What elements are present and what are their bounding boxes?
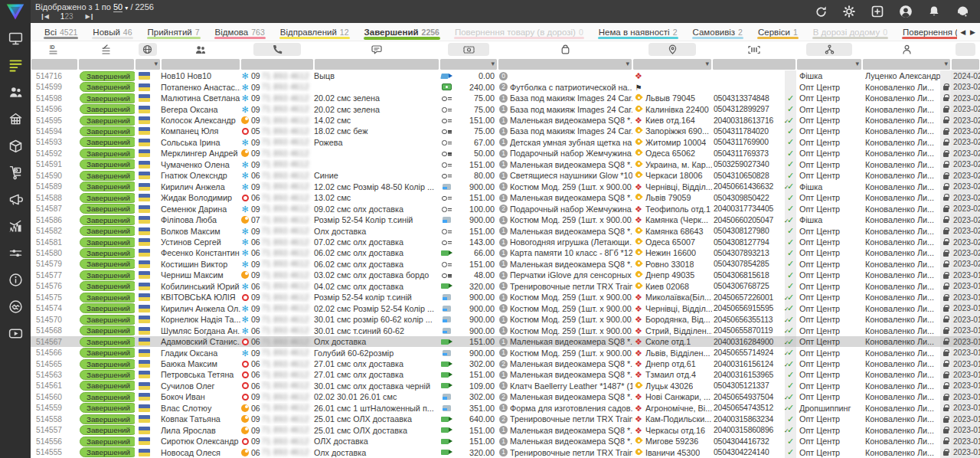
column-header-country[interactable] <box>135 41 161 57</box>
table-row[interactable]: 514576 Завершений Кобилинський Юрий 06 0… <box>31 281 980 292</box>
column-header-order-id[interactable]: ID <box>31 41 78 57</box>
cell-customer-name[interactable]: Ковпак Татьяна <box>161 414 240 424</box>
sidebar-item-products[interactable] <box>5 136 26 155</box>
table-row[interactable]: 514587 Завершений Семенюк Дарина 09 09.0… <box>31 203 980 214</box>
table-row[interactable]: 514586 Завершений Філіпова Люба 07 Розмі… <box>31 214 980 225</box>
cell-customer-name[interactable]: Костишин Виктор <box>161 259 240 270</box>
notifications-button[interactable] <box>927 5 941 18</box>
page-number[interactable]: 3 <box>69 12 74 21</box>
column-header-tracking[interactable] <box>712 41 796 57</box>
cell-customer-name[interactable]: Семенюк Дарина <box>161 203 240 214</box>
sidebar-item-customers[interactable] <box>5 83 26 101</box>
sidebar-item-marketplace[interactable] <box>5 110 26 128</box>
settings-button[interactable] <box>842 5 856 18</box>
table-row[interactable]: 514589 Завершений Кирилич Анжела 09 12.0… <box>31 182 980 192</box>
table-row[interactable]: 514582 Завершений Волков Максим 09 Олх д… <box>31 225 980 236</box>
support-button[interactable] <box>956 5 969 18</box>
sidebar-item-info[interactable] <box>5 270 26 289</box>
cell-customer-name[interactable]: Потапенко Анастас... <box>161 81 240 92</box>
status-tab[interactable]: Повернення товару (в дорозі) 0 <box>447 23 591 41</box>
cell-customer-name[interactable]: Черниш Максим <box>161 270 240 280</box>
cell-customer-name[interactable]: Вегера Оксана <box>161 103 240 114</box>
status-tab[interactable]: Завершений 2256 <box>357 23 447 41</box>
app-logo[interactable] <box>0 0 31 23</box>
sidebar-item-settings[interactable] <box>5 244 26 262</box>
table-row[interactable]: 514580 Завершений Фесенко Константин 06 … <box>31 247 980 258</box>
cell-customer-name[interactable]: Сиротюк Олександр <box>161 436 240 447</box>
filter-comment[interactable] <box>314 57 439 70</box>
status-tab[interactable]: Всі 4521 <box>37 23 85 41</box>
cell-customer-name[interactable]: Новосад Олеся <box>161 447 240 457</box>
table-row[interactable]: 514591 Завершений Чумаченко Олена 09 <box>31 159 980 170</box>
cell-customer-name[interactable]: КВІТОВСЬКА ЮЛІЯ <box>161 292 240 303</box>
table-row[interactable]: 514575 Завершений КВІТОВСЬКА ЮЛІЯ 09 Роз… <box>31 292 980 303</box>
column-header-source[interactable] <box>796 41 862 57</box>
cell-customer-name[interactable]: Влас Слотюу <box>161 403 240 414</box>
table-row[interactable]: 514563 Завершений Петровська Тетяна 06 2… <box>31 369 980 380</box>
cell-customer-name[interactable]: Компанец Юля <box>161 126 240 136</box>
column-header-date[interactable] <box>951 41 980 57</box>
sidebar-item-tutorials[interactable] <box>5 324 26 342</box>
table-row[interactable]: 514566 Завершений Гладик Оксана 09 Голуб… <box>31 347 980 358</box>
table-row[interactable]: 514716 Завершений Нов10 Нов10 09 Выцв <box>31 70 980 81</box>
cell-customer-name[interactable]: Малютина Светлана <box>161 93 240 103</box>
tabs-scroll-right-icon[interactable]: ▶ <box>970 28 975 36</box>
filter-payment[interactable] <box>439 57 498 70</box>
cell-customer-name[interactable]: Чумаченко Олена <box>161 159 240 170</box>
refresh-button[interactable] <box>814 5 828 18</box>
sidebar-item-dashboard[interactable] <box>5 29 26 47</box>
cell-customer-name[interactable]: Мерклингер Андрей <box>161 148 240 159</box>
filter-manager[interactable] <box>862 57 951 70</box>
cell-customer-name[interactable]: Фесенко Константин <box>161 247 240 258</box>
cell-customer-name[interactable]: Філіпова Люба <box>161 214 240 225</box>
filter-customer[interactable] <box>161 57 240 70</box>
cell-customer-name[interactable]: Гнатюк Олексндр <box>161 170 240 181</box>
table-row[interactable]: 514594 Завершений Компанец Юля 05 18.02 … <box>31 126 980 136</box>
status-tab[interactable]: Відмова 763 <box>207 23 273 41</box>
status-tab[interactable]: В дорозі додому 0 <box>805 23 895 41</box>
column-header-customer[interactable] <box>161 41 240 57</box>
cell-customer-name[interactable]: Сучилов Олег <box>161 381 240 391</box>
cell-customer-name[interactable]: Лила Ярослав <box>161 425 240 436</box>
sidebar-item-purchases[interactable] <box>5 163 26 182</box>
table-row[interactable]: 514579 Завершений Костишин Виктор 09 06.… <box>31 259 980 270</box>
table-row[interactable]: 514577 Завершений Черниш Максим 09 03.02… <box>31 270 980 280</box>
cell-customer-name[interactable]: Устинов Сергей <box>161 237 240 247</box>
table-row[interactable]: 514588 Завершений Жидак Володимир 06 13.… <box>31 192 980 203</box>
profile-button[interactable] <box>899 5 913 18</box>
column-header-phone[interactable] <box>240 41 314 57</box>
filter-source[interactable] <box>796 57 862 70</box>
table-row[interactable]: 514574 Завершений Кирилич Анжела Ол... 0… <box>31 303 980 314</box>
cell-customer-name[interactable]: Гладик Оксана <box>161 347 240 358</box>
status-tab[interactable]: Новый 46 <box>85 23 139 41</box>
filter-delivery[interactable] <box>632 57 712 70</box>
status-tab[interactable]: Нема в наявності 2 <box>591 23 685 41</box>
table-row[interactable]: 514558 Завершений Ковпак Татьяна 09 25.0… <box>31 414 980 424</box>
sidebar-item-partners[interactable] <box>5 297 26 316</box>
column-header-manager[interactable] <box>862 41 951 57</box>
table-row[interactable]: 514590 Завершений Гнатюк Олексндр 06 Син… <box>31 170 980 181</box>
page-size-dropdown[interactable]: 50 <box>113 2 122 12</box>
first-page-button[interactable]: ❙◀ <box>40 13 48 20</box>
add-order-button[interactable] <box>871 5 884 18</box>
filter-order-id[interactable] <box>31 57 78 70</box>
table-row[interactable]: 514561 Завершений Сучилов Олег 06 30.01 … <box>31 381 980 391</box>
cell-customer-name[interactable]: Корнелюк Надія Та... <box>161 314 240 325</box>
column-header-comment[interactable] <box>314 41 439 57</box>
filter-products[interactable] <box>498 57 632 70</box>
status-tab[interactable]: Самовивіз 2 <box>685 23 750 41</box>
sidebar-item-orders[interactable] <box>5 56 26 74</box>
filter-status[interactable] <box>78 57 135 70</box>
table-row[interactable]: 514595 Завершений Колосок Александр 09 1… <box>31 115 980 126</box>
column-header-status[interactable] <box>78 41 135 57</box>
cell-customer-name[interactable]: Адамовский Станис... <box>161 336 240 347</box>
tabs-scroll-left-icon[interactable]: ◀ <box>960 28 965 36</box>
table-row[interactable]: 514568 Завершений Шумляс Богдана Ан... 0… <box>31 325 980 335</box>
status-tab[interactable]: Прийнятий 7 <box>140 23 207 41</box>
table-row[interactable]: 514599 Завершений Потапенко Анастас... 0… <box>31 81 980 92</box>
cell-customer-name[interactable]: Шумляс Богдана Ан... <box>161 325 240 335</box>
cell-customer-name[interactable]: Нов10 Нов10 <box>161 70 240 81</box>
sidebar-item-statistics[interactable] <box>5 217 26 235</box>
filter-tracking[interactable] <box>712 57 796 70</box>
table-row[interactable]: 514592 Завершений Мерклингер Андрей 09 <box>31 148 980 159</box>
